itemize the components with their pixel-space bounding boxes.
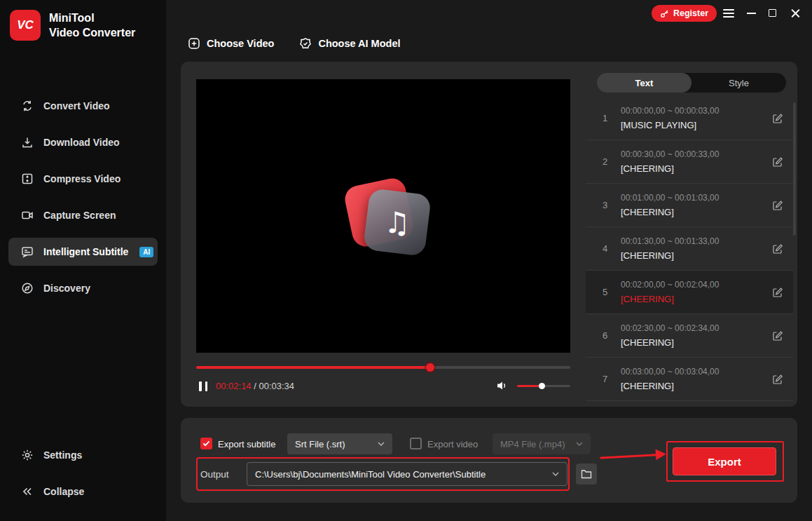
subtitle-panel: Text Style 1 00:00:00,00 ~ 00:00:03,00 [… (586, 62, 797, 407)
edit-subtitle-icon[interactable] (772, 156, 783, 168)
video-format-dropdown[interactable]: MP4 File (.mp4) (493, 433, 591, 454)
edit-subtitle-icon[interactable] (772, 374, 783, 385)
time-separator: / (252, 381, 259, 391)
compress-icon (21, 172, 34, 185)
sidebar-item-settings[interactable]: Settings (8, 441, 158, 469)
subtitle-tabbar: Text Style (597, 73, 786, 93)
key-icon (660, 9, 669, 18)
gear-icon (21, 449, 34, 461)
sidebar-item-intelligent-subtitle[interactable]: Intelligent Subtitle AI (8, 238, 158, 266)
subtitle-text: [CHEERING] (621, 207, 762, 217)
subtitle-timecode: 00:00:00,00 ~ 00:00:03,00 (621, 106, 762, 116)
menu-icon[interactable] (723, 9, 734, 18)
export-video-label[interactable]: Export video (427, 439, 478, 449)
subtitle-timecode: 00:03:00,00 ~ 00:03:04,00 (621, 367, 762, 377)
playback-progress-handle[interactable] (426, 363, 434, 372)
sidebar-item-compress-video[interactable]: Compress Video (8, 165, 158, 193)
ai-model-badge-icon (299, 37, 312, 50)
music-note-icon: ♫ (384, 205, 411, 240)
app-title-line1: MiniTool (49, 11, 135, 25)
video-preview[interactable]: ♫ (196, 79, 570, 353)
volume-slider[interactable] (517, 385, 570, 387)
convert-icon (21, 100, 34, 112)
subtitle-format-value: Srt File (.srt) (295, 439, 345, 449)
minimize-button[interactable] (747, 13, 756, 14)
register-button[interactable]: Register (652, 5, 717, 22)
subtitle-icon (21, 245, 34, 258)
export-button[interactable]: Export (673, 447, 776, 475)
volume-icon[interactable] (496, 381, 509, 391)
minitool-video-converter-window: { "titlebar": { "register_label": "Regis… (0, 0, 812, 521)
export-panel: Export subtitle Srt File (.srt) Export v… (181, 418, 797, 503)
subtitle-timecode: 00:00:30,00 ~ 00:00:33,00 (621, 149, 762, 159)
subtitle-row[interactable]: 3 00:01:00,00 ~ 00:01:03,00 [CHEERING] (586, 184, 793, 227)
playback-progress-bar[interactable] (196, 366, 570, 369)
tab-text[interactable]: Text (597, 73, 691, 93)
subtitle-row-current[interactable]: 5 00:02:00,00 ~ 00:02:04,00 [CHEERING] (586, 271, 793, 314)
edit-subtitle-icon[interactable] (772, 200, 783, 211)
export-button-label: Export (708, 456, 741, 468)
subtitle-row[interactable]: 1 00:00:00,00 ~ 00:00:03,00 [MUSIC PLAYI… (586, 97, 793, 140)
sidebar: VC MiniTool Video Converter Convert Vide… (0, 0, 166, 521)
total-time: 00:03:34 (259, 381, 294, 391)
output-path-dropdown[interactable]: C:\Users\bj\Documents\MiniTool Video Con… (247, 462, 567, 486)
collapse-label: Collapse (43, 486, 84, 497)
export-subtitle-label[interactable]: Export subtitle (218, 439, 275, 449)
subtitle-row[interactable]: 6 00:02:30,00 ~ 00:02:34,00 [CHEERING] (586, 314, 793, 358)
subtitle-index: 7 (603, 374, 611, 384)
volume-fill (517, 385, 542, 387)
subtitle-format-dropdown[interactable]: Srt File (.srt) (287, 433, 392, 454)
export-video-checkbox[interactable] (410, 438, 422, 449)
subtitle-index: 2 (603, 156, 611, 167)
app-title: MiniTool Video Converter (49, 11, 135, 40)
tab-label: Choose AI Model (318, 38, 400, 49)
subtitle-index: 3 (603, 200, 611, 210)
browse-folder-button[interactable] (576, 464, 597, 485)
close-button[interactable] (790, 8, 801, 18)
edit-subtitle-icon[interactable] (772, 330, 783, 341)
download-icon (21, 136, 34, 149)
video-format-value: MP4 File (.mp4) (500, 439, 565, 449)
plus-circle-icon (188, 37, 200, 50)
tab-choose-video[interactable]: Choose Video (188, 37, 274, 50)
ai-badge: AI (139, 247, 153, 257)
subtitle-timecode: 00:02:30,00 ~ 00:02:34,00 (621, 323, 762, 333)
sidebar-item-capture-screen[interactable]: Capture Screen (8, 201, 158, 229)
sidebar-item-discovery[interactable]: Discovery (8, 274, 158, 302)
sidebar-collapse-button[interactable]: Collapse (8, 478, 158, 506)
subtitle-timecode: 00:01:00,00 ~ 00:01:03,00 (621, 193, 762, 203)
discovery-icon (21, 282, 34, 295)
edit-subtitle-icon[interactable] (772, 113, 783, 124)
subtitle-text: [CHEERING] (621, 294, 762, 304)
export-subtitle-checkbox[interactable] (200, 438, 212, 449)
subtitle-row[interactable]: 7 00:03:00,00 ~ 00:03:04,00 [CHEERING] (586, 358, 793, 401)
edit-subtitle-icon[interactable] (772, 287, 783, 298)
app-logo-icon: VC (10, 10, 41, 41)
tab-style[interactable]: Style (691, 73, 786, 93)
sidebar-item-label: Intelligent Subtitle (43, 246, 128, 257)
sidebar-item-label: Capture Screen (43, 210, 116, 221)
output-path-value: C:\Users\bj\Documents\MiniTool Video Con… (255, 469, 486, 480)
sidebar-item-convert-video[interactable]: Convert Video (8, 92, 158, 120)
subtitle-timecode: 00:02:00,00 ~ 00:02:04,00 (621, 280, 762, 290)
audio-placeholder: ♫ (363, 188, 432, 257)
folder-icon (581, 469, 592, 479)
settings-label: Settings (43, 449, 82, 461)
sidebar-item-download-video[interactable]: Download Video (8, 128, 158, 156)
edit-subtitle-icon[interactable] (772, 243, 783, 255)
chevron-down-icon (552, 472, 559, 476)
time-display: 00:02:14 / 00:03:34 (216, 381, 294, 391)
pause-button[interactable] (199, 381, 207, 391)
subtitle-row[interactable]: 2 00:00:30,00 ~ 00:00:33,00 [CHEERING] (586, 140, 793, 184)
subtitle-index: 4 (603, 243, 611, 254)
collapse-chevrons-icon (21, 485, 34, 498)
subtitle-index: 6 (603, 330, 611, 341)
maximize-button[interactable] (769, 9, 776, 17)
subtitle-scrollbar[interactable] (793, 102, 796, 236)
volume-handle[interactable] (539, 383, 545, 389)
subtitle-text: [CHEERING] (621, 163, 762, 174)
subtitle-row[interactable]: 4 00:01:30,00 ~ 00:01:33,00 [CHEERING] (586, 227, 793, 271)
subtitle-text: [CHEERING] (621, 337, 762, 348)
sidebar-item-label: Convert Video (43, 100, 110, 111)
tab-choose-ai-model[interactable]: Choose AI Model (299, 37, 400, 50)
